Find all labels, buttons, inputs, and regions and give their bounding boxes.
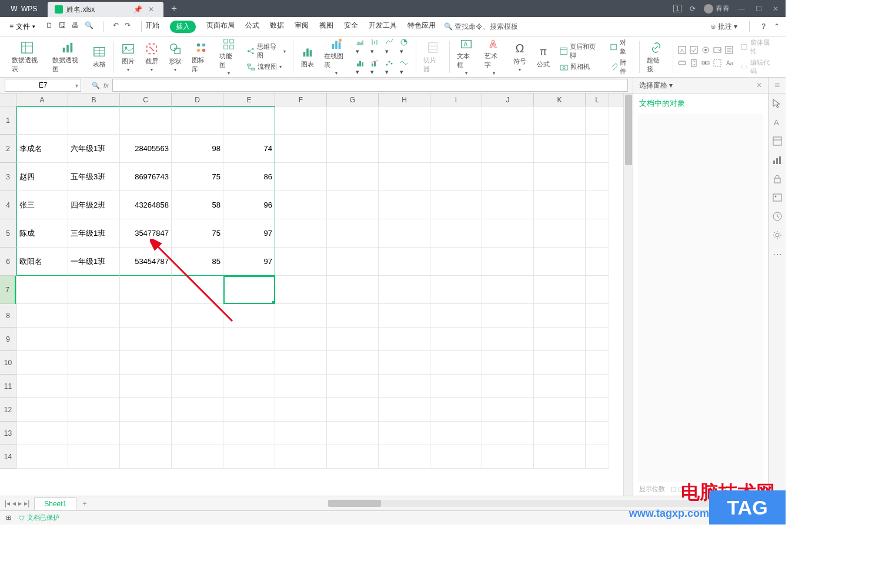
cell[interactable] <box>586 304 609 328</box>
sparkline-icon[interactable]: ▾ <box>400 59 411 76</box>
cell[interactable] <box>482 445 534 469</box>
tab-review[interactable]: 审阅 <box>295 21 309 33</box>
line-chart-icon[interactable]: ▾ <box>385 38 396 55</box>
screenshot-button[interactable]: 截屏▾ <box>142 39 161 75</box>
cell[interactable] <box>275 135 327 163</box>
cell[interactable] <box>275 219 327 248</box>
cell[interactable] <box>223 375 275 398</box>
col-header-H[interactable]: H <box>379 93 430 106</box>
cell[interactable] <box>430 106 482 135</box>
cell[interactable] <box>586 445 609 469</box>
bar-chart-icon[interactable]: ▾ <box>356 59 367 76</box>
cell[interactable]: 75 <box>172 163 223 191</box>
cell[interactable] <box>327 351 379 375</box>
checkbox2-control-icon[interactable] <box>690 46 698 55</box>
cell[interactable] <box>534 106 586 135</box>
cell[interactable] <box>327 191 379 219</box>
cell[interactable] <box>379 445 430 469</box>
col-header-D[interactable]: D <box>172 93 223 106</box>
wps-home-tab[interactable]: 𝖶 WPS <box>0 0 48 17</box>
cell[interactable] <box>534 422 586 445</box>
cell[interactable] <box>482 304 534 328</box>
cell[interactable] <box>586 422 609 445</box>
cell[interactable]: 86976743 <box>120 163 172 191</box>
maximize-icon[interactable]: ☐ <box>756 5 762 13</box>
row-header[interactable]: 6 <box>0 248 16 276</box>
cell[interactable] <box>379 375 430 398</box>
cell[interactable]: 六年级1班 <box>68 135 120 163</box>
first-sheet-icon[interactable]: |◂ <box>5 499 10 507</box>
cells-grid[interactable]: 李成名六年级1班284055639874赵四五年级3班869767437586张… <box>16 106 609 469</box>
collapse-ribbon-icon[interactable]: ⌃ <box>774 22 780 31</box>
row-header[interactable]: 11 <box>0 375 16 398</box>
cell[interactable] <box>68 375 120 398</box>
cell[interactable] <box>172 375 223 398</box>
cell[interactable] <box>68 351 120 375</box>
cell[interactable] <box>223 351 275 375</box>
new-icon[interactable]: 🗋 <box>46 21 53 32</box>
col-header-K[interactable]: K <box>534 93 586 106</box>
pivot-table-button[interactable]: 数据透视表 <box>9 39 45 75</box>
cell[interactable] <box>430 445 482 469</box>
cell[interactable] <box>327 398 379 422</box>
cell[interactable] <box>430 422 482 445</box>
cell[interactable] <box>275 163 327 191</box>
cell[interactable] <box>534 276 586 304</box>
prev-sheet-icon[interactable]: ◂ <box>12 499 16 507</box>
cell[interactable] <box>68 106 120 135</box>
spinner-control-icon[interactable] <box>690 59 698 68</box>
settings-icon[interactable] <box>772 230 783 240</box>
cell[interactable] <box>275 106 327 135</box>
cell[interactable] <box>327 135 379 163</box>
cell[interactable] <box>430 163 482 191</box>
cell[interactable] <box>172 445 223 469</box>
preview-icon[interactable]: 🔍 <box>85 21 93 32</box>
cell[interactable] <box>16 276 68 304</box>
file-tab[interactable]: 姓名.xlsx 📌 ✕ <box>48 2 163 17</box>
cell[interactable] <box>379 248 430 276</box>
flowchart-button[interactable]: 流程图 ▾ <box>245 62 288 72</box>
row-header[interactable]: 5 <box>0 219 16 248</box>
cell[interactable]: 98 <box>172 135 223 163</box>
more-icon[interactable]: ⋯ <box>773 249 782 260</box>
cell[interactable]: 74 <box>223 135 275 163</box>
col-header-C[interactable]: C <box>120 93 172 106</box>
cell[interactable] <box>16 304 68 328</box>
cell[interactable] <box>534 135 586 163</box>
equation-button[interactable]: π 公式 <box>534 39 553 75</box>
close-tab-icon[interactable]: ✕ <box>146 5 156 14</box>
cell[interactable] <box>534 351 586 375</box>
cell[interactable] <box>586 219 609 248</box>
cell[interactable] <box>379 106 430 135</box>
tab-insert[interactable]: 插入 <box>170 21 196 33</box>
col-header-A[interactable]: A <box>16 93 68 106</box>
cell[interactable] <box>482 163 534 191</box>
cell[interactable] <box>379 398 430 422</box>
formula-bar[interactable] <box>112 79 628 92</box>
next-sheet-icon[interactable]: ▸ <box>18 499 22 507</box>
cell[interactable]: 三年级1班 <box>68 219 120 248</box>
tab-view[interactable]: 视图 <box>319 21 333 33</box>
cell[interactable] <box>68 304 120 328</box>
row-header[interactable]: 8 <box>0 304 16 328</box>
row-header[interactable]: 13 <box>0 422 16 445</box>
cell[interactable] <box>120 375 172 398</box>
cell[interactable] <box>379 351 430 375</box>
cell[interactable] <box>534 191 586 219</box>
cell[interactable] <box>482 106 534 135</box>
cell[interactable]: 53454787 <box>120 248 172 276</box>
cell[interactable] <box>223 445 275 469</box>
cell[interactable] <box>379 328 430 351</box>
picture-button[interactable]: 图片▾ <box>119 39 138 75</box>
row-header[interactable]: 7 <box>0 276 16 304</box>
tab-formulas[interactable]: 公式 <box>245 21 259 33</box>
cell[interactable]: 李成名 <box>16 135 68 163</box>
function-wizard-icon[interactable]: 🔍 <box>92 82 100 89</box>
cell[interactable] <box>120 398 172 422</box>
select-all-corner[interactable] <box>0 93 16 106</box>
tab-developer[interactable]: 开发工具 <box>369 21 397 33</box>
cell[interactable] <box>172 398 223 422</box>
cell[interactable] <box>172 106 223 135</box>
backup-icon[interactable] <box>772 211 783 222</box>
select-icon[interactable] <box>772 98 783 109</box>
